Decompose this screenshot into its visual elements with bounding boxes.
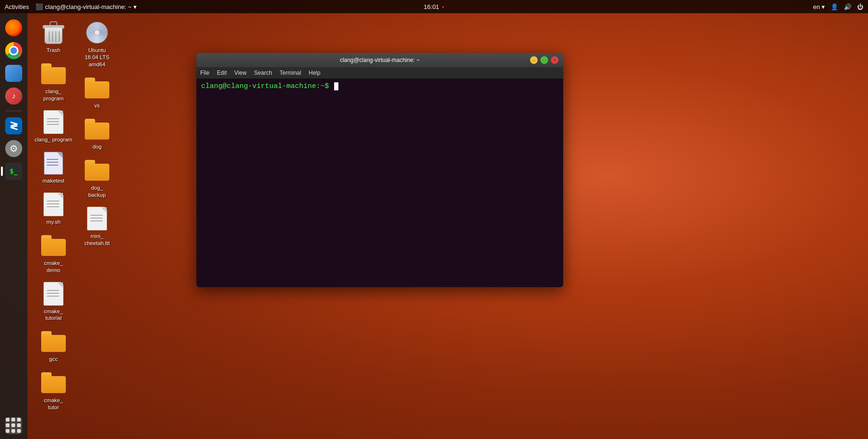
user-accounts-icon[interactable]: 👤 <box>831 3 838 10</box>
desktop-icon-trash[interactable]: Trash <box>32 17 75 58</box>
dog-backup-folder-icon <box>85 160 109 181</box>
minimize-button[interactable]: – <box>530 56 538 64</box>
power-icon[interactable]: ⏻ <box>857 3 863 10</box>
dock-item-firefox[interactable] <box>4 18 24 38</box>
terminal-cursor <box>334 82 338 90</box>
terminal-window-controls: – □ × <box>530 56 558 64</box>
dog-label: dog <box>92 143 101 150</box>
cmake-tutorial-file-icon <box>44 282 63 306</box>
vs-label: vs <box>94 102 100 109</box>
dog-backup-label: dog_backup <box>88 184 106 199</box>
menu-edit[interactable]: Edit <box>217 70 227 76</box>
desktop-icon-my-sh[interactable]: my.sh <box>32 188 75 229</box>
gcc-label: gcc <box>49 356 58 363</box>
desktop-icons-col2: Ubuntu18.04 LTSamd64 vs dog <box>76 17 118 250</box>
mini-cheetah-file-icon <box>87 207 107 230</box>
desktop-icon-dog[interactable]: dog <box>76 113 118 154</box>
desktop: Activities ⬛ clang@clang-virtual-machine… <box>0 0 868 439</box>
settings-icon: ⚙ <box>5 140 22 157</box>
terminal-body[interactable]: clang@clang-virtual-machine:~$ <box>196 79 563 287</box>
app-menu[interactable]: ⬛ clang@clang-virtual-machine: ~ ▾ <box>35 3 137 10</box>
vs-folder-icon <box>85 78 109 98</box>
terminal-titlebar: clang@clang-virtual-machine: ~ – □ × <box>196 53 563 67</box>
my-sh-file-icon <box>44 193 63 216</box>
desktop-icon-cmake-tutorial[interactable]: cmake_tutorial <box>32 278 75 326</box>
menu-search[interactable]: Search <box>254 70 272 76</box>
terminal-prompt: clang@clang-virtual-machine:~$ <box>201 82 333 90</box>
terminal-dock-icon: $_ <box>5 163 22 180</box>
cmake-demo-label: cmake_demo <box>44 260 63 274</box>
menu-help[interactable]: Help <box>309 70 320 76</box>
dog-folder-icon <box>85 119 109 140</box>
desktop-icon-dog-backup[interactable]: dog_backup <box>76 154 118 202</box>
desktop-icon-clang-program[interactable]: clang_program <box>32 58 75 106</box>
cmake-tutorial-label: cmake_tutorial <box>44 308 63 322</box>
dock-item-settings[interactable]: ⚙ <box>4 139 24 158</box>
desktop-icon-cmake-demo[interactable]: cmake_demo <box>32 229 75 278</box>
cmake-demo-folder-icon <box>41 235 66 256</box>
folder-icon <box>41 63 66 84</box>
mini-cheetah-label: mini_cheetah.ttt <box>84 233 110 247</box>
trash-label: Trash <box>47 47 61 54</box>
maximize-button[interactable]: □ <box>540 56 548 64</box>
dock-item-terminal[interactable]: $_ <box>4 161 24 181</box>
volume-icon[interactable]: 🔊 <box>844 3 851 10</box>
show-applications-button[interactable] <box>5 417 22 434</box>
desktop-icon-gcc[interactable]: gcc <box>32 325 75 367</box>
dock-separator <box>5 111 22 111</box>
my-sh-label: my.sh <box>46 219 61 226</box>
desktop-icon-mini-cheetah[interactable]: mini_cheetah.ttt <box>76 202 118 251</box>
cmake-tutor-label: cmake_tutor <box>44 397 63 411</box>
menu-view[interactable]: View <box>234 70 247 76</box>
trash-icon <box>43 21 64 44</box>
dock-item-vscode[interactable]: ≷ <box>4 116 24 136</box>
topbar: Activities ⬛ clang@clang-virtual-machine… <box>0 0 868 13</box>
terminal-menubar: File Edit View Search Terminal Help <box>196 67 563 79</box>
git-tutorial-label: clang_ program <box>35 136 72 143</box>
terminal-window-title: clang@clang-virtual-machine: ~ <box>340 57 420 63</box>
rhythmbox-icon: ♪ <box>5 88 22 105</box>
clock-time: 16:01 <box>424 3 439 10</box>
maketest-file-icon <box>44 152 63 175</box>
terminal-icon-small: ⬛ <box>35 3 43 10</box>
dock-item-rhythmbox[interactable]: ♪ <box>4 86 24 106</box>
menu-terminal[interactable]: Terminal <box>280 70 301 76</box>
file-icon <box>44 110 63 134</box>
menu-file[interactable]: File <box>200 70 209 76</box>
app-name-label: clang@clang-virtual-machine: ~ <box>45 3 132 10</box>
dvd-icon <box>86 22 108 44</box>
firefox-icon <box>5 19 22 36</box>
recording-dot: ● <box>442 5 444 9</box>
system-tray: en ▾ 👤 🔊 ⏻ <box>813 3 863 10</box>
vscode-icon: ≷ <box>5 117 22 134</box>
desktop-icon-git-tutorial[interactable]: clang_ program <box>32 106 75 147</box>
terminal-window: clang@clang-virtual-machine: ~ – □ × Fil… <box>196 53 563 287</box>
cmake-tutor-folder-icon <box>41 372 66 393</box>
close-button[interactable]: × <box>551 56 558 64</box>
chrome-icon <box>5 42 22 59</box>
app-menu-arrow: ▾ <box>133 3 137 10</box>
language-selector[interactable]: en ▾ <box>813 3 825 10</box>
clang-program-label: clang_program <box>44 88 64 102</box>
dock-item-nautilus[interactable] <box>4 63 24 83</box>
dock-item-chrome[interactable] <box>4 41 24 61</box>
nautilus-icon <box>5 65 22 82</box>
maketest-label: maketest <box>43 177 65 184</box>
activities-button[interactable]: Activities <box>5 3 29 10</box>
gcc-folder-icon <box>41 331 66 352</box>
ubuntu-dvd-label: Ubuntu18.04 LTSamd64 <box>85 47 109 68</box>
desktop-icon-ubuntu-dvd[interactable]: Ubuntu18.04 LTSamd64 <box>76 17 118 72</box>
topbar-clock: 16:01 ● <box>424 3 444 10</box>
desktop-icon-maketest[interactable]: maketest <box>32 147 75 188</box>
application-dock: ♪ ≷ ⚙ $_ <box>0 13 27 439</box>
desktop-icon-cmake-tutor[interactable]: cmake_tutor <box>32 367 75 415</box>
desktop-icon-vs[interactable]: vs <box>76 72 118 113</box>
